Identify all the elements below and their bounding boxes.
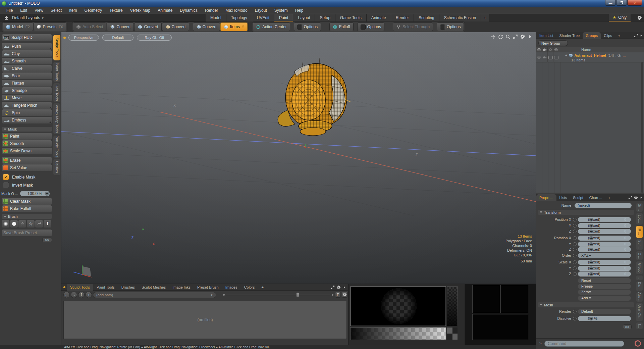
menu-texture[interactable]: Texture [106, 8, 126, 13]
save-brush-preset-button[interactable]: Save Brush Preset... [2, 230, 52, 236]
row-toggle-2[interactable] [553, 52, 559, 62]
star-brush-button[interactable]: ☆ [27, 220, 35, 228]
tool-spin[interactable]: Spin [2, 109, 52, 116]
invert-mask-checkbox[interactable] [3, 182, 9, 188]
action-center-button[interactable]: Action Center [253, 22, 290, 31]
pvtab-locator[interactable]: Loc... [636, 213, 643, 225]
render-column-camera-icon[interactable] [542, 47, 548, 52]
rtab-groups[interactable]: Groups [583, 32, 601, 39]
row-camera-icon[interactable] [542, 52, 548, 62]
viewport-menu-arrow-icon[interactable] [528, 34, 533, 39]
checker-swatch[interactable] [447, 328, 458, 340]
select-through-button[interactable]: Select Through [393, 22, 433, 31]
pvtab-assembly[interactable]: Ass ... [636, 292, 643, 302]
freeze-button[interactable]: Freeze [578, 284, 631, 289]
pvtab-surface[interactable]: Sur ... [636, 239, 643, 250]
vtab-sculpt-tools[interactable]: Sculpt Tools [53, 35, 60, 60]
invert-mask-row[interactable]: Invert Mask [3, 182, 33, 188]
btab-paint-tools[interactable]: Paint Tools [93, 284, 118, 291]
enable-mask-row[interactable]: ✓Enable Mask [3, 174, 35, 180]
spinner-icon[interactable]: ◀▶ [589, 242, 593, 246]
channel-toggle[interactable] [573, 317, 577, 320]
ptab-sculpt[interactable]: Sculpt [570, 194, 586, 201]
mask-opacity-field[interactable]: 100.0 %◀▶ [20, 191, 50, 196]
clear-mask-button[interactable]: Clear Mask [2, 198, 52, 205]
btab-sculpt-meshes[interactable]: Sculpt Meshes [138, 284, 169, 291]
tab-game-tools[interactable]: Game Tools [335, 14, 367, 21]
tab-layout[interactable]: Layout [293, 14, 315, 21]
add-directory-button[interactable]: + [86, 292, 92, 298]
transform-section-header[interactable]: Transform [538, 210, 634, 215]
group-list-body[interactable] [536, 62, 644, 193]
channel-toggle[interactable] [573, 242, 577, 246]
model-mode-button[interactable]: ModelF2 [3, 22, 33, 31]
pvtab-display[interactable]: Dis ... [636, 282, 643, 291]
tool-clay[interactable]: Clay [2, 50, 52, 57]
zoom-icon[interactable] [505, 34, 511, 39]
path-dropdown[interactable]: (add path)▼ [93, 292, 216, 298]
tool-tangent-pinch[interactable]: Tangent Pinch [2, 102, 52, 109]
btab-preset-brush[interactable]: Preset Brush [194, 284, 222, 291]
dissolve-field[interactable]: 0.0 % [578, 316, 631, 321]
spinner-icon[interactable]: ◀▶ [589, 224, 593, 228]
falloff-options-button[interactable]: Options [357, 22, 384, 31]
enable-mask-checkbox[interactable]: ✓ [3, 174, 9, 180]
menu-select[interactable]: Select [47, 8, 65, 13]
order-dropdown[interactable]: XYZ [578, 253, 631, 258]
mask-set-value-button[interactable]: Set Value [2, 164, 52, 171]
tool-emboss[interactable]: Emboss [2, 117, 52, 123]
close-button[interactable]: × [627, 0, 642, 6]
rotation-z-field[interactable]: (mixed) [578, 247, 631, 252]
tool-move[interactable]: Move [2, 95, 52, 101]
scale-x-field[interactable]: (mixed) [578, 260, 631, 265]
panel-gear-icon[interactable] [337, 285, 341, 289]
ptab-add[interactable]: + [605, 194, 613, 201]
group-list-scrollbar[interactable] [641, 62, 643, 193]
spinner-icon[interactable]: ◀▶ [589, 266, 593, 270]
layout-up-icon[interactable] [4, 16, 9, 20]
pvtab-t[interactable]: T... [636, 322, 643, 329]
thumb-size-slider-track[interactable] [226, 295, 330, 295]
brush-tip-preview[interactable] [351, 287, 446, 326]
row-toggle-1[interactable] [548, 52, 553, 62]
btab-colors[interactable]: Colors [241, 284, 258, 291]
falloff-button[interactable]: Falloff [329, 22, 353, 31]
color-swatch-a[interactable] [472, 285, 500, 313]
menu-help[interactable]: Help [291, 8, 307, 13]
new-group-button[interactable]: New Group [538, 40, 568, 46]
rtab-item-list[interactable]: Item List [536, 32, 556, 39]
tool-scar[interactable]: Scar [2, 72, 52, 79]
forward-button[interactable]: → [71, 292, 77, 298]
tool-smooth[interactable]: Smooth [2, 58, 52, 64]
channel-toggle[interactable] [573, 218, 577, 221]
default-layouts-dropdown[interactable]: Default Layouts ▼ [12, 15, 44, 20]
layout-gear-button[interactable] [637, 14, 642, 21]
sculpt-hud-button[interactable]: HUD Sculpt HUD [2, 34, 52, 41]
panel-expand-icon[interactable] [628, 196, 632, 200]
3d-viewport[interactable]: Y Z X -X -Z Perspective Default Ray GL: … [61, 32, 536, 284]
bake-falloff-button[interactable]: Bake Falloff [2, 205, 52, 212]
menu-view[interactable]: View [31, 8, 47, 13]
command-input[interactable] [544, 341, 624, 347]
menu-animate[interactable]: Animate [154, 8, 176, 13]
name-field[interactable]: (mixed) [575, 203, 632, 208]
menu-system[interactable]: System [271, 8, 291, 13]
preset-file-browser[interactable]: (no files) [63, 301, 347, 339]
filter-button[interactable]: F [335, 292, 341, 298]
pvtab-group2[interactable]: Group [636, 261, 643, 274]
text-brush-button[interactable]: T [44, 220, 51, 228]
channel-toggle[interactable] [573, 254, 577, 257]
btab-image-inks[interactable]: Image Inks [169, 284, 194, 291]
position-z-field[interactable]: (mixed) [578, 229, 631, 234]
mesh-section-header[interactable]: Mesh [538, 302, 634, 307]
brush-section-header[interactable]: Brush [2, 214, 52, 219]
restore-button[interactable] [616, 0, 627, 6]
vtab-paint-tools[interactable]: Paint Tools [53, 62, 60, 82]
viewport-gear-icon[interactable] [520, 34, 525, 39]
macro-record-button[interactable] [635, 340, 641, 347]
pvtab-user-channels[interactable]: User Ch... [636, 303, 643, 321]
channel-toggle[interactable] [573, 266, 577, 270]
channel-toggle[interactable] [573, 236, 577, 240]
menu-item[interactable]: Item [65, 8, 80, 13]
btab-add[interactable]: + [258, 284, 267, 291]
